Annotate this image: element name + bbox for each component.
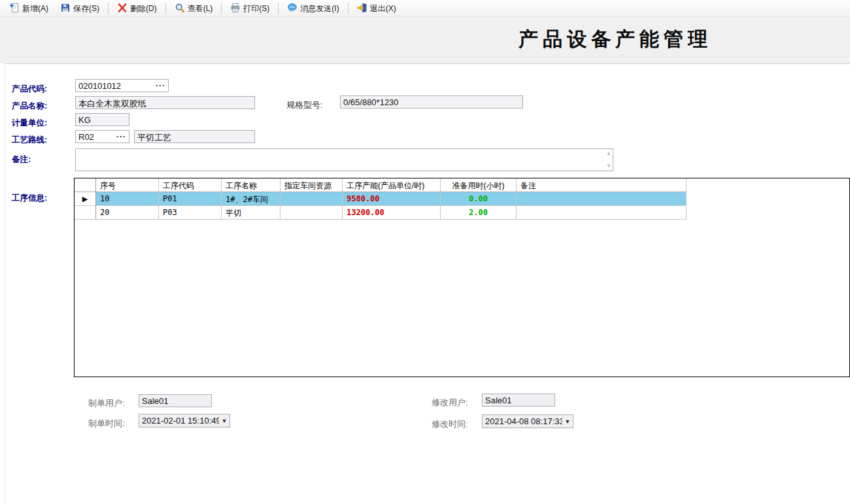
chevron-down-icon[interactable]: ▼ xyxy=(219,418,230,424)
new-icon xyxy=(9,3,20,15)
grid-cell-code[interactable]: P03 xyxy=(159,206,222,220)
modify-user-field: Sale01 xyxy=(482,394,555,407)
print-button[interactable]: 打印(S) xyxy=(225,1,275,16)
process-info-label: 工序信息: xyxy=(12,193,47,204)
grid-cell-name[interactable]: 1#、2#车间 xyxy=(222,192,280,206)
message-icon xyxy=(287,3,298,15)
toolbar-separator xyxy=(221,3,222,14)
toolbar-separator xyxy=(278,3,279,14)
grid-cell-prep[interactable]: 2.00 xyxy=(441,206,517,220)
product-name-value: 本白全木浆双胶纸 xyxy=(78,99,146,109)
toolbar-separator xyxy=(348,3,348,14)
unit-value: KG xyxy=(78,115,91,125)
create-time-label: 制单时间: xyxy=(88,418,125,429)
grid-cell-seq[interactable]: 20 xyxy=(96,206,159,220)
grid-row[interactable]: ▶10P011#、2#车间9580.000.00 xyxy=(75,192,849,206)
modify-user-label: 修改用户: xyxy=(432,397,468,409)
grid-column-header[interactable]: 工序代码 xyxy=(159,178,222,192)
spec-model-value: 0/65/880*1230 xyxy=(343,97,399,107)
product-code-browse-button[interactable]: ··· xyxy=(156,81,165,90)
grid-column-header[interactable]: 序号 xyxy=(96,178,159,192)
delete-button-label: 删除(D) xyxy=(130,3,157,14)
scroll-up-icon[interactable]: ▲ xyxy=(606,151,611,156)
create-user-label: 制单用户: xyxy=(88,397,125,409)
spec-model-label: 规格型号: xyxy=(286,99,323,111)
grid-cell-workshop[interactable] xyxy=(280,206,343,220)
save-button[interactable]: 保存(S) xyxy=(55,1,105,16)
grid-row[interactable]: 20P03平切13200.002.00 xyxy=(75,206,849,220)
grid-column-header[interactable]: 指定车间资源 xyxy=(280,178,343,192)
message-send-button-label: 消息发送(I) xyxy=(300,3,339,14)
new-button-label: 新增(A) xyxy=(22,3,48,14)
unit-field: KG xyxy=(75,113,129,126)
grid-row-selector[interactable]: ▶ xyxy=(75,192,96,206)
grid-column-header[interactable]: 工序名称 xyxy=(222,178,280,192)
grid-cell-name[interactable]: 平切 xyxy=(222,206,280,220)
process-route-browse-button[interactable]: ··· xyxy=(116,132,126,141)
product-code-label: 产品代码: xyxy=(12,84,47,95)
toolbar-separator xyxy=(108,3,109,14)
grid-row-selector-header[interactable] xyxy=(75,178,96,192)
view-button[interactable]: 查看(L) xyxy=(169,1,218,16)
grid-cell-workshop[interactable] xyxy=(280,192,343,206)
save-button-label: 保存(S) xyxy=(73,3,99,14)
view-button-label: 查看(L) xyxy=(188,3,213,14)
remark-value xyxy=(76,150,78,160)
grid-column-header[interactable]: 准备用时(小时) xyxy=(441,178,517,192)
print-button-label: 打印(S) xyxy=(243,3,269,14)
grid-cell-remark[interactable] xyxy=(517,192,687,206)
delete-button[interactable]: 删除(D) xyxy=(112,1,162,16)
grid-cell-capacity[interactable]: 9580.00 xyxy=(343,192,441,206)
grid-row-selector[interactable] xyxy=(75,206,96,220)
grid-header-row: 序号工序代码工序名称指定车间资源工序产能(产品单位/时)准备用时(小时)备注 xyxy=(75,178,849,192)
process-route-name-value: 平切工艺 xyxy=(137,133,171,143)
chevron-down-icon[interactable]: ▼ xyxy=(562,418,573,425)
unit-label: 计量单位: xyxy=(12,118,47,129)
remark-textarea[interactable]: ▲ ▼ xyxy=(75,148,613,171)
grid-column-header[interactable]: 工序产能(产品单位/时) xyxy=(343,178,441,192)
toolbar: 新增(A) 保存(S) 删除(D) 查看(L) 打印(S) 消息发送(I) xyxy=(0,0,850,18)
create-time-picker[interactable]: 2021-02-01 15:10:49 ▼ xyxy=(139,414,230,428)
save-icon xyxy=(60,3,71,15)
app-window: 新增(A) 保存(S) 删除(D) 查看(L) 打印(S) 消息发送(I) xyxy=(0,0,850,504)
grid-cell-prep[interactable]: 0.00 xyxy=(441,192,517,206)
scroll-down-icon[interactable]: ▼ xyxy=(606,163,611,169)
grid-cell-remark[interactable] xyxy=(517,206,687,220)
product-code-value: 020101012 xyxy=(78,81,121,91)
grid-cell-seq[interactable]: 10 xyxy=(96,192,159,206)
exit-button-label: 退出(X) xyxy=(370,3,396,14)
grid-cell-capacity[interactable]: 13200.00 xyxy=(343,206,441,220)
new-button[interactable]: 新增(A) xyxy=(4,1,54,16)
page-title: 产品设备产能管理 xyxy=(518,26,728,53)
toolbar-separator xyxy=(165,3,166,14)
create-user-value: Sale01 xyxy=(142,396,168,406)
create-time-value: 2021-02-01 15:10:49 xyxy=(139,416,219,426)
modify-user-value: Sale01 xyxy=(485,395,511,405)
view-icon xyxy=(175,3,185,15)
product-name-label: 产品名称: xyxy=(12,101,47,112)
remark-label: 备注: xyxy=(12,154,31,165)
current-row-arrow-icon: ▶ xyxy=(82,195,88,203)
modify-time-value: 2021-04-08 08:17:33 xyxy=(483,416,562,426)
exit-icon xyxy=(357,3,367,15)
message-send-button[interactable]: 消息发送(I) xyxy=(282,1,344,16)
process-grid[interactable]: 序号工序代码工序名称指定车间资源工序产能(产品单位/时)准备用时(小时)备注▶1… xyxy=(74,178,850,377)
product-name-field: 本白全木浆双胶纸 xyxy=(75,96,255,109)
modify-time-picker[interactable]: 2021-04-08 08:17:33 ▼ xyxy=(482,414,573,428)
delete-icon xyxy=(117,3,128,15)
grid-column-header[interactable]: 备注 xyxy=(517,178,687,192)
process-route-name-field: 平切工艺 xyxy=(134,130,255,143)
create-user-field: Sale01 xyxy=(139,394,212,407)
process-route-label: 工艺路线: xyxy=(12,135,47,146)
process-route-code-value: R02 xyxy=(78,132,94,142)
print-icon xyxy=(230,3,241,15)
exit-button[interactable]: 退出(X) xyxy=(352,1,401,16)
process-route-code-field[interactable]: R02 ··· xyxy=(75,130,129,143)
spec-model-field: 0/65/880*1230 xyxy=(340,95,523,109)
product-code-field[interactable]: 020101012 ··· xyxy=(75,79,169,92)
modify-time-label: 修改时间: xyxy=(432,418,468,430)
grid-cell-code[interactable]: P01 xyxy=(159,192,222,206)
